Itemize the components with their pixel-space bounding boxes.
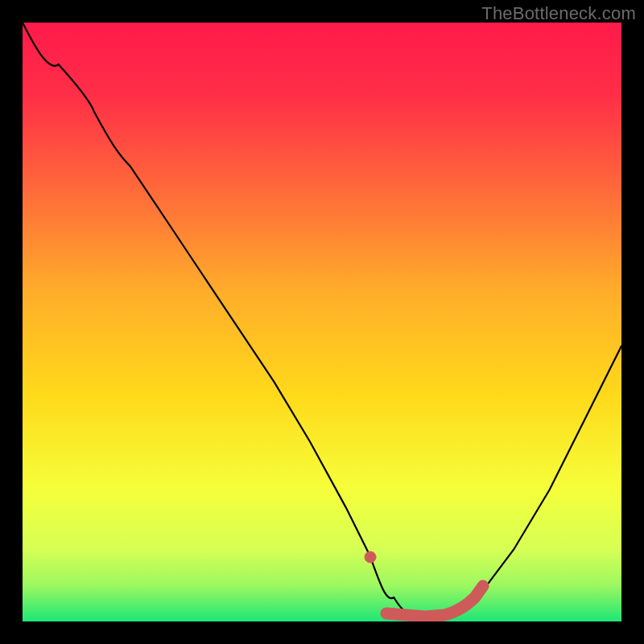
gradient-background xyxy=(23,23,621,621)
chart-svg xyxy=(23,23,621,621)
chart-frame: TheBottleneck.com xyxy=(0,0,644,644)
attribution-watermark: TheBottleneck.com xyxy=(481,3,636,24)
flat-highlight-left-dot xyxy=(365,551,376,563)
plot-area xyxy=(23,23,621,621)
